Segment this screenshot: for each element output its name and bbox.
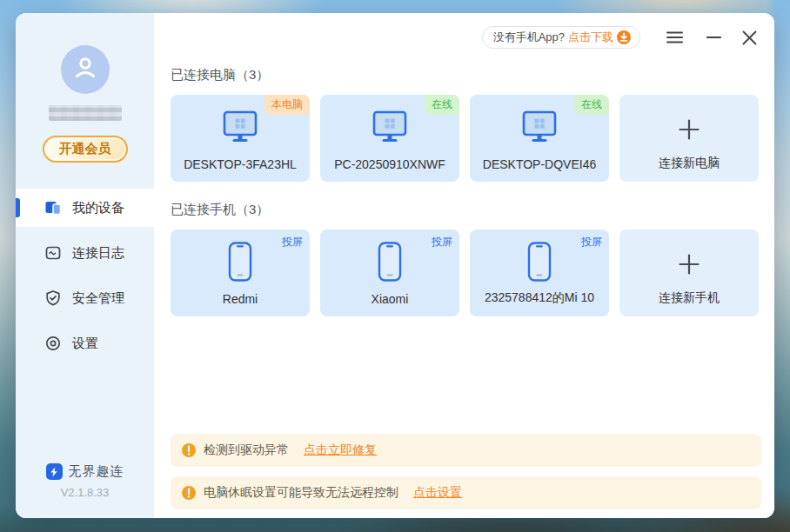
download-icon bbox=[617, 30, 631, 44]
add-computer-card[interactable]: 连接新电脑 bbox=[619, 95, 759, 182]
app-logo-icon bbox=[46, 463, 63, 480]
phone-icon bbox=[526, 243, 552, 281]
cast-badge: 投屏 bbox=[425, 229, 459, 255]
plus-icon bbox=[678, 116, 700, 143]
plus-icon bbox=[678, 251, 700, 277]
monitor-icon bbox=[520, 108, 559, 146]
device-name: 2325788412的Mi 10 bbox=[470, 290, 609, 306]
phone-icon bbox=[377, 243, 403, 281]
computer-cards: 本电脑 DESKTOP-3FA23HL 在线 bbox=[171, 95, 759, 182]
shield-check-icon bbox=[44, 289, 62, 307]
status-badge: 在线 bbox=[425, 95, 459, 115]
sleep-warning-notice: 电脑休眠设置可能导致无法远程控制 点击设置 bbox=[171, 476, 761, 509]
hamburger-menu-button[interactable] bbox=[666, 31, 683, 43]
minimize-button[interactable] bbox=[706, 36, 721, 39]
device-name: DESKTOP-3FA23HL bbox=[171, 157, 310, 171]
notice-text: 电脑休眠设置可能导致无法远程控制 bbox=[204, 485, 398, 501]
monitor-icon bbox=[221, 108, 259, 146]
sidebar-item-label: 连接日志 bbox=[72, 245, 124, 262]
phone-card[interactable]: 投屏 Redmi bbox=[171, 229, 310, 316]
cast-badge: 投屏 bbox=[574, 229, 609, 255]
avatar[interactable] bbox=[61, 45, 110, 94]
app-window: 开通会员 我的设备 连接日志 bbox=[16, 13, 774, 518]
brand-block: 无界趣连 V2.1.8.33 bbox=[16, 463, 154, 499]
main-panel: 没有手机App? 点击下载 bbox=[154, 13, 774, 518]
devices-icon bbox=[44, 199, 62, 216]
cast-badge: 投屏 bbox=[275, 229, 310, 255]
status-badge: 在线 bbox=[574, 95, 609, 115]
computer-card[interactable]: 在线 PC-20250910XNWF bbox=[320, 95, 459, 182]
device-name: Redmi bbox=[171, 292, 310, 306]
username-redacted bbox=[49, 105, 122, 121]
phone-card[interactable]: 投屏 2325788412的Mi 10 bbox=[470, 229, 609, 316]
sidebar: 开通会员 我的设备 连接日志 bbox=[16, 13, 154, 518]
sidebar-item-settings[interactable]: 设置 bbox=[16, 324, 154, 362]
add-phone-label: 连接新手机 bbox=[619, 290, 759, 306]
phone-card[interactable]: 投屏 Xiaomi bbox=[320, 229, 459, 316]
driver-warning-notice: 检测到驱动异常 点击立即修复 bbox=[171, 434, 761, 467]
sidebar-item-security[interactable]: 安全管理 bbox=[16, 279, 154, 317]
sleep-settings-link[interactable]: 点击设置 bbox=[413, 485, 462, 501]
add-computer-label: 连接新电脑 bbox=[619, 156, 759, 171]
membership-button[interactable]: 开通会员 bbox=[43, 136, 128, 163]
notice-text: 检测到驱动异常 bbox=[204, 442, 289, 458]
device-name: DESKTOP-DQVEI46 bbox=[470, 157, 609, 171]
computer-card[interactable]: 在线 DESKTOP-DQVEI46 bbox=[470, 95, 609, 182]
sidebar-item-label: 设置 bbox=[72, 336, 98, 352]
app-version: V2.1.8.33 bbox=[16, 486, 154, 499]
user-icon bbox=[70, 53, 100, 86]
computers-section-title: 已连接电脑（3） bbox=[171, 67, 759, 83]
monitor-icon bbox=[371, 108, 409, 146]
close-button[interactable] bbox=[742, 30, 757, 45]
status-badge: 本电脑 bbox=[264, 95, 310, 115]
log-icon bbox=[44, 244, 62, 262]
app-name: 无界趣连 bbox=[69, 463, 124, 480]
add-phone-card[interactable]: 连接新手机 bbox=[619, 229, 759, 316]
titlebar: 没有手机App? 点击下载 bbox=[171, 13, 759, 62]
sidebar-item-my-devices[interactable]: 我的设备 bbox=[16, 189, 154, 227]
get-mobile-app-button[interactable]: 没有手机App? 点击下载 bbox=[482, 26, 640, 49]
sidebar-menu: 我的设备 连接日志 安全管理 bbox=[16, 189, 154, 362]
sidebar-item-connection-log[interactable]: 连接日志 bbox=[16, 234, 154, 272]
sidebar-item-label: 安全管理 bbox=[72, 290, 124, 307]
fix-driver-link[interactable]: 点击立即修复 bbox=[304, 442, 377, 458]
phone-icon bbox=[227, 243, 253, 281]
device-name: PC-20250910XNWF bbox=[320, 157, 459, 171]
warning-icon bbox=[182, 486, 196, 500]
computer-card[interactable]: 本电脑 DESKTOP-3FA23HL bbox=[171, 95, 310, 182]
download-link-text: 点击下载 bbox=[568, 30, 613, 45]
warning-icon bbox=[182, 443, 196, 457]
sidebar-item-label: 我的设备 bbox=[72, 200, 124, 216]
phones-section-title: 已连接手机（3） bbox=[171, 202, 759, 218]
device-name: Xiaomi bbox=[320, 292, 459, 306]
notice-list: 检测到驱动异常 点击立即修复 电脑休眠设置可能导致无法远程控制 点击设置 bbox=[171, 434, 761, 509]
phone-cards: 投屏 Redmi 投屏 bbox=[171, 229, 759, 316]
download-prompt-text: 没有手机App? bbox=[493, 30, 565, 45]
settings-icon bbox=[44, 335, 62, 352]
